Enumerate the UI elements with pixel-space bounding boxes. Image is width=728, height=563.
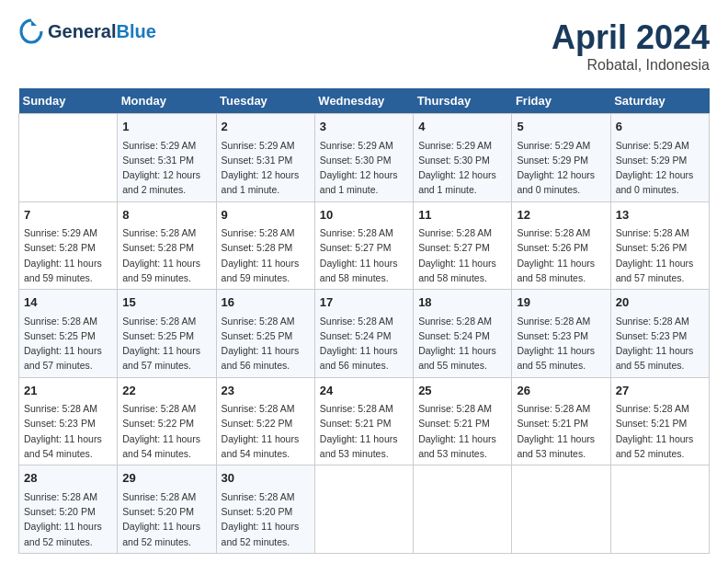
day-number: 8 [122, 206, 210, 224]
day-number: 27 [616, 382, 704, 400]
calendar-cell [512, 465, 610, 554]
day-number: 19 [517, 293, 605, 312]
week-row-4: 21Sunrise: 5:28 AM Sunset: 5:23 PM Dayli… [19, 377, 710, 465]
day-number: 10 [320, 206, 408, 224]
calendar-cell: 6Sunrise: 5:29 AM Sunset: 5:29 PM Daylig… [610, 114, 709, 202]
week-row-5: 28Sunrise: 5:28 AM Sunset: 5:20 PM Dayli… [19, 465, 710, 554]
day-info: Sunrise: 5:29 AM Sunset: 5:30 PM Dayligh… [320, 138, 408, 198]
day-number: 3 [320, 118, 408, 136]
col-header-saturday: Saturday [610, 88, 709, 114]
day-number: 1 [122, 118, 210, 136]
calendar-cell: 29Sunrise: 5:28 AM Sunset: 5:20 PM Dayli… [118, 465, 216, 554]
day-number: 12 [517, 206, 605, 224]
logo-icon [18, 18, 44, 44]
calendar-cell: 27Sunrise: 5:28 AM Sunset: 5:21 PM Dayli… [610, 377, 709, 465]
col-header-sunday: Sunday [19, 88, 118, 114]
calendar-cell: 5Sunrise: 5:29 AM Sunset: 5:29 PM Daylig… [512, 114, 610, 202]
day-number: 6 [616, 118, 704, 136]
day-number: 23 [222, 382, 310, 400]
day-number: 5 [517, 118, 605, 136]
subtitle: Robatal, Indonesia [552, 57, 710, 74]
day-info: Sunrise: 5:28 AM Sunset: 5:23 PM Dayligh… [517, 314, 605, 373]
day-number: 21 [24, 382, 112, 400]
day-info: Sunrise: 5:28 AM Sunset: 5:28 PM Dayligh… [222, 225, 310, 285]
day-number: 26 [517, 382, 605, 400]
day-number: 14 [24, 293, 112, 312]
day-info: Sunrise: 5:28 AM Sunset: 5:26 PM Dayligh… [517, 225, 605, 285]
calendar-cell: 28Sunrise: 5:28 AM Sunset: 5:20 PM Dayli… [19, 465, 118, 554]
calendar-cell: 20Sunrise: 5:28 AM Sunset: 5:23 PM Dayli… [610, 290, 709, 378]
logo: GeneralBlue [18, 18, 156, 44]
calendar-cell: 16Sunrise: 5:28 AM Sunset: 5:25 PM Dayli… [216, 290, 314, 378]
calendar-cell: 4Sunrise: 5:29 AM Sunset: 5:30 PM Daylig… [414, 114, 512, 202]
col-header-thursday: Thursday [414, 88, 512, 114]
day-info: Sunrise: 5:28 AM Sunset: 5:21 PM Dayligh… [517, 401, 605, 461]
logo-text: GeneralBlue [48, 21, 156, 41]
calendar-cell: 23Sunrise: 5:28 AM Sunset: 5:22 PM Dayli… [216, 377, 314, 465]
day-number: 28 [24, 469, 112, 488]
calendar-cell: 1Sunrise: 5:29 AM Sunset: 5:31 PM Daylig… [118, 114, 216, 202]
calendar-cell [610, 465, 709, 554]
day-info: Sunrise: 5:28 AM Sunset: 5:20 PM Dayligh… [222, 489, 310, 549]
day-number: 4 [418, 118, 506, 136]
calendar-cell: 18Sunrise: 5:28 AM Sunset: 5:24 PM Dayli… [414, 290, 512, 378]
calendar-cell: 11Sunrise: 5:28 AM Sunset: 5:27 PM Dayli… [414, 201, 512, 290]
day-number: 16 [222, 293, 310, 312]
day-info: Sunrise: 5:28 AM Sunset: 5:23 PM Dayligh… [24, 401, 112, 461]
page-header: GeneralBlue April 2024 Robatal, Indonesi… [18, 18, 710, 74]
day-number: 2 [222, 118, 310, 136]
day-info: Sunrise: 5:28 AM Sunset: 5:21 PM Dayligh… [616, 401, 704, 461]
day-number: 11 [418, 206, 506, 224]
day-info: Sunrise: 5:28 AM Sunset: 5:21 PM Dayligh… [320, 401, 408, 461]
day-number: 15 [122, 293, 210, 312]
day-info: Sunrise: 5:29 AM Sunset: 5:31 PM Dayligh… [222, 138, 310, 198]
calendar-cell: 26Sunrise: 5:28 AM Sunset: 5:21 PM Dayli… [512, 377, 610, 465]
calendar-cell: 30Sunrise: 5:28 AM Sunset: 5:20 PM Dayli… [216, 465, 314, 554]
day-info: Sunrise: 5:29 AM Sunset: 5:28 PM Dayligh… [24, 225, 112, 285]
calendar-cell: 21Sunrise: 5:28 AM Sunset: 5:23 PM Dayli… [19, 377, 118, 465]
day-number: 22 [122, 382, 210, 400]
col-header-tuesday: Tuesday [216, 88, 314, 114]
day-number: 30 [222, 469, 310, 488]
day-info: Sunrise: 5:28 AM Sunset: 5:20 PM Dayligh… [24, 489, 112, 549]
calendar-cell: 9Sunrise: 5:28 AM Sunset: 5:28 PM Daylig… [216, 201, 314, 290]
day-info: Sunrise: 5:28 AM Sunset: 5:28 PM Dayligh… [122, 225, 210, 285]
day-info: Sunrise: 5:28 AM Sunset: 5:22 PM Dayligh… [122, 401, 210, 461]
main-title: April 2024 [552, 18, 710, 57]
calendar-cell [314, 465, 413, 554]
day-number: 24 [320, 382, 408, 400]
calendar-cell: 13Sunrise: 5:28 AM Sunset: 5:26 PM Dayli… [610, 201, 709, 290]
day-info: Sunrise: 5:28 AM Sunset: 5:26 PM Dayligh… [616, 225, 704, 285]
calendar-cell: 7Sunrise: 5:29 AM Sunset: 5:28 PM Daylig… [19, 201, 118, 290]
day-number: 9 [222, 206, 310, 224]
day-info: Sunrise: 5:28 AM Sunset: 5:27 PM Dayligh… [320, 225, 408, 285]
calendar-cell: 10Sunrise: 5:28 AM Sunset: 5:27 PM Dayli… [314, 201, 413, 290]
calendar-cell: 22Sunrise: 5:28 AM Sunset: 5:22 PM Dayli… [118, 377, 216, 465]
day-info: Sunrise: 5:28 AM Sunset: 5:27 PM Dayligh… [418, 225, 506, 285]
day-number: 25 [418, 382, 506, 400]
day-info: Sunrise: 5:28 AM Sunset: 5:22 PM Dayligh… [222, 401, 310, 461]
day-number: 13 [616, 206, 704, 224]
day-info: Sunrise: 5:28 AM Sunset: 5:25 PM Dayligh… [24, 314, 112, 373]
day-number: 17 [320, 293, 408, 312]
col-header-wednesday: Wednesday [314, 88, 413, 114]
day-info: Sunrise: 5:28 AM Sunset: 5:24 PM Dayligh… [418, 314, 506, 373]
week-row-1: 1Sunrise: 5:29 AM Sunset: 5:31 PM Daylig… [19, 114, 710, 202]
day-info: Sunrise: 5:28 AM Sunset: 5:24 PM Dayligh… [320, 314, 408, 373]
calendar-cell: 25Sunrise: 5:28 AM Sunset: 5:21 PM Dayli… [414, 377, 512, 465]
calendar-cell: 15Sunrise: 5:28 AM Sunset: 5:25 PM Dayli… [118, 290, 216, 378]
calendar-cell: 19Sunrise: 5:28 AM Sunset: 5:23 PM Dayli… [512, 290, 610, 378]
calendar-cell [414, 465, 512, 554]
calendar-cell [19, 114, 118, 202]
week-row-2: 7Sunrise: 5:29 AM Sunset: 5:28 PM Daylig… [19, 201, 710, 290]
column-headers: SundayMondayTuesdayWednesdayThursdayFrid… [19, 88, 710, 114]
day-info: Sunrise: 5:29 AM Sunset: 5:30 PM Dayligh… [418, 138, 506, 198]
day-info: Sunrise: 5:29 AM Sunset: 5:29 PM Dayligh… [517, 138, 605, 198]
week-row-3: 14Sunrise: 5:28 AM Sunset: 5:25 PM Dayli… [19, 290, 710, 378]
calendar-cell: 2Sunrise: 5:29 AM Sunset: 5:31 PM Daylig… [216, 114, 314, 202]
calendar-cell: 14Sunrise: 5:28 AM Sunset: 5:25 PM Dayli… [19, 290, 118, 378]
day-info: Sunrise: 5:29 AM Sunset: 5:29 PM Dayligh… [616, 138, 704, 198]
calendar-table: SundayMondayTuesdayWednesdayThursdayFrid… [18, 88, 710, 554]
day-number: 7 [24, 206, 112, 224]
day-info: Sunrise: 5:28 AM Sunset: 5:20 PM Dayligh… [122, 489, 210, 549]
